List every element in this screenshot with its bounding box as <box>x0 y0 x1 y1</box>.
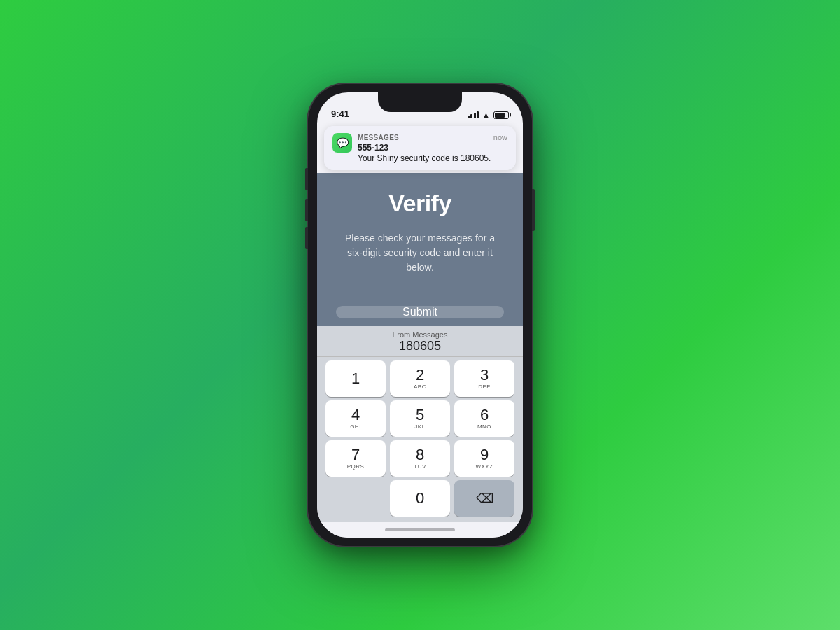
notification-time: now <box>493 133 507 141</box>
key-2[interactable]: 2 ABC <box>390 360 450 397</box>
battery-icon <box>493 111 509 119</box>
keyboard-area: From Messages 180605 1 2 ABC 3 DEF <box>317 326 523 522</box>
key-8[interactable]: 8 TUV <box>390 440 450 477</box>
keyboard-row-4: 0 ⌫ <box>317 477 523 517</box>
app-content: Verify Please check your messages for a … <box>317 173 523 326</box>
key-0[interactable]: 0 <box>390 480 450 517</box>
phone-screen: 9:41 ▲ 💬 MESSAGES <box>317 92 523 538</box>
from-messages-code: 180605 <box>317 339 523 354</box>
delete-icon: ⌫ <box>476 491 493 506</box>
notification-sender: 555-123 <box>358 143 507 153</box>
status-time: 9:41 <box>331 108 349 120</box>
submit-button[interactable]: Submit <box>336 306 504 318</box>
notification-app-name: MESSAGES <box>358 134 399 141</box>
key-4[interactable]: 4 GHI <box>326 400 386 437</box>
home-indicator <box>317 522 523 538</box>
verify-title: Verify <box>388 190 451 217</box>
messages-app-icon: 💬 <box>332 133 352 153</box>
key-5[interactable]: 5 JKL <box>390 400 450 437</box>
verify-description: Please check your messages for a six-dig… <box>317 231 523 275</box>
keyboard-row-3: 7 PQRS 8 TUV 9 WXYZ <box>317 437 523 477</box>
from-messages-banner: From Messages 180605 <box>317 326 523 357</box>
from-messages-label: From Messages <box>317 330 523 339</box>
key-1[interactable]: 1 <box>326 360 386 397</box>
key-6[interactable]: 6 MNO <box>454 400 514 437</box>
status-icons: ▲ <box>468 111 509 120</box>
key-empty <box>326 480 386 517</box>
delete-key[interactable]: ⌫ <box>454 480 514 517</box>
phone-frame: 9:41 ▲ 💬 MESSAGES <box>308 84 532 546</box>
key-3[interactable]: 3 DEF <box>454 360 514 397</box>
home-bar <box>385 528 455 531</box>
keyboard-row-1: 1 2 ABC 3 DEF <box>317 357 523 397</box>
key-7[interactable]: 7 PQRS <box>326 440 386 477</box>
signal-icon <box>468 111 479 118</box>
notification-banner[interactable]: 💬 MESSAGES now 555-123 Your Shiny securi… <box>324 126 516 170</box>
phone-notch <box>378 92 462 112</box>
wifi-icon: ▲ <box>482 111 490 119</box>
notification-content: MESSAGES now 555-123 Your Shiny security… <box>358 133 507 163</box>
notification-header: MESSAGES now <box>358 133 507 141</box>
notification-message: Your Shiny security code is 180605. <box>358 153 507 163</box>
keyboard-row-2: 4 GHI 5 JKL 6 MNO <box>317 397 523 437</box>
key-9[interactable]: 9 WXYZ <box>454 440 514 477</box>
